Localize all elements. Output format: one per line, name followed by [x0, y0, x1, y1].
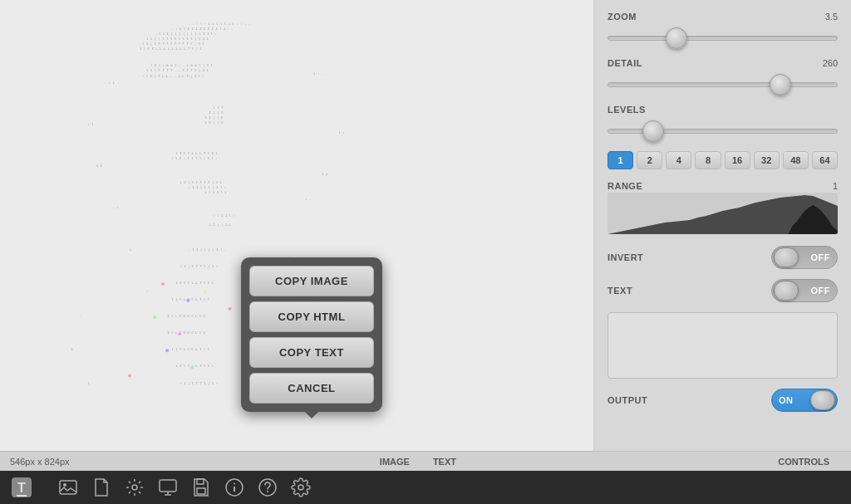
- svg-text:. l I | | | | I l .: . l I | | | | I l .: [188, 247, 226, 252]
- detail-track: [608, 82, 838, 87]
- output-knob: [810, 390, 835, 410]
- svg-text:: l 1 1 l :: : l 1 1 l :: [213, 213, 235, 218]
- range-section: RANGE 1: [608, 181, 838, 234]
- text-input-area[interactable]: [608, 312, 838, 379]
- svg-rect-65: [60, 481, 76, 494]
- levels-thumb[interactable]: [642, 120, 664, 142]
- output-state: ON: [779, 395, 794, 405]
- svg-text:: 1 | t f f t | 1 :: : 1 | t f f t | 1 :: [180, 264, 218, 268]
- zoom-track: [608, 36, 838, 41]
- svg-text::: :: [146, 289, 148, 293]
- svg-text:i: i: [71, 347, 74, 351]
- svg-point-76: [298, 485, 303, 490]
- gear-icon[interactable]: [288, 474, 314, 501]
- svg-text:: l: : l: [88, 122, 95, 126]
- svg-text:1 1 | | 1: 1 1 | | 1: [204, 120, 223, 125]
- levels-header: LEVELS: [608, 105, 838, 115]
- svg-rect-69: [197, 479, 204, 484]
- zoom-thumb[interactable]: [666, 27, 687, 49]
- svg-text:i 1: i 1: [96, 164, 103, 168]
- svg-text:i: i: [130, 247, 132, 252]
- output-toggle[interactable]: ON: [771, 389, 838, 412]
- range-label: RANGE: [608, 181, 642, 191]
- cancel-button[interactable]: CANCEL: [249, 373, 374, 404]
- svg-text:. :: . :: [113, 205, 119, 209]
- svg-text:i 1 | t f f f . . f f f t | 1 : i 1 | t f f f . . f f f t | 1 i: [146, 68, 209, 72]
- svg-point-52: [229, 307, 232, 311]
- zoom-value: 3.5: [825, 12, 838, 22]
- svg-point-73: [234, 483, 235, 485]
- level-btn-16[interactable]: 16: [725, 151, 750, 169]
- text-knob: [774, 281, 799, 301]
- output-row: OUTPUT ON: [608, 389, 838, 412]
- save-icon[interactable]: [188, 474, 214, 501]
- svg-text:I t L C O O C L t I: I t L C O O C L t I: [167, 330, 206, 335]
- settings-icon[interactable]: [121, 474, 148, 501]
- display-icon[interactable]: [155, 474, 181, 501]
- range-header: RANGE 1: [608, 181, 838, 191]
- detail-thumb[interactable]: [770, 74, 791, 95]
- text-label: TEXT: [608, 286, 632, 296]
- level-btn-64[interactable]: 64: [812, 151, 838, 169]
- svg-text:: l 1 I | | | | | | | | I 1 l : : l 1 I | | | | | | | | I 1 l :: [155, 32, 217, 36]
- right-panel: ZOOM 3.5 DETAIL 260 LEVELS 1 2 4: [593, 0, 851, 451]
- level-btn-4[interactable]: 4: [666, 151, 691, 169]
- svg-text:l :: l :: [338, 130, 344, 135]
- svg-text:1 | t f L L L L L L L L f t | : 1 | t f L L L L L L L L f t | 1: [140, 46, 203, 51]
- svg-point-48: [186, 299, 189, 302]
- file-icon[interactable]: [88, 474, 115, 501]
- svg-text:l: l: [88, 381, 91, 385]
- info-icon[interactable]: [221, 474, 248, 501]
- tab-text[interactable]: TEXT: [421, 457, 468, 467]
- main-area: . . : : : i i l l l i i : : . . . : i l …: [0, 0, 851, 451]
- detail-value: 260: [823, 58, 838, 68]
- svg-text:: l I | t L L . . L L t | I l : : l I | t L L . . L L t | I l :: [142, 74, 204, 78]
- canvas-area: . . : : : i i l l l i i : : . . . : i l …: [0, 0, 593, 451]
- level-btn-8[interactable]: 8: [695, 151, 721, 169]
- svg-point-60: [128, 374, 131, 377]
- svg-text:I | | t: I | | t: [209, 110, 224, 115]
- svg-point-53: [165, 349, 169, 352]
- status-bar: 546px x 824px IMAGE TEXT CONTROLS: [0, 451, 851, 471]
- levels-label: LEVELS: [608, 105, 646, 115]
- svg-point-74: [259, 479, 276, 496]
- levels-slider[interactable]: [608, 123, 838, 139]
- photos-icon[interactable]: [55, 474, 81, 501]
- svg-text:i 1 | | t t t t t t t t | | 1 : i 1 | | t t t t t t t t | | 1 i: [146, 37, 209, 41]
- invert-row: INVERT OFF: [608, 246, 838, 269]
- svg-point-51: [203, 291, 206, 294]
- level-btn-1[interactable]: 1: [608, 151, 633, 169]
- level-btn-32[interactable]: 32: [754, 151, 780, 169]
- svg-point-50: [178, 332, 181, 335]
- text-toggle[interactable]: OFF: [771, 279, 838, 302]
- svg-text:l I | t f f f f f f f f t | I : l I | t f f f f f f f f t | I l: [142, 42, 205, 46]
- svg-text:i 1 | | 1 i: i 1 | | 1 i: [209, 223, 231, 227]
- detail-slider[interactable]: [608, 76, 838, 93]
- svg-point-54: [190, 365, 194, 369]
- tab-controls[interactable]: CONTROLS: [766, 457, 841, 467]
- tab-image[interactable]: IMAGE: [368, 457, 421, 467]
- copy-text-button[interactable]: COPY TEXT: [249, 337, 374, 368]
- level-btn-48[interactable]: 48: [783, 151, 809, 169]
- svg-text:1 i: 1 i: [322, 172, 328, 176]
- level-btn-2[interactable]: 2: [637, 151, 662, 169]
- text-state: OFF: [811, 286, 831, 296]
- svg-text:: .: : .: [305, 197, 311, 201]
- zoom-slider[interactable]: [608, 30, 838, 46]
- svg-point-47: [161, 282, 165, 286]
- svg-point-75: [267, 491, 268, 492]
- svg-text:: l I | t t t t | I l :: : l I | t t t t | I l :: [171, 156, 218, 160]
- help-icon[interactable]: [254, 474, 281, 501]
- copy-html-button[interactable]: COPY HTML: [249, 301, 374, 332]
- copy-image-button[interactable]: COPY IMAGE: [249, 266, 374, 296]
- svg-text:i I t f L L f t I i: i I t f L L f t I i: [175, 281, 214, 285]
- invert-knob: [774, 247, 799, 267]
- svg-text:l I | | I: l I | | I: [204, 115, 223, 120]
- svg-text:l | f L C C L f | l: l | f L C C L f | l: [171, 297, 210, 301]
- svg-text:l I t f L L L f t I l: l I t f L L L f t I l: [175, 151, 218, 155]
- svg-text:. . : : : i i l l l i i : : . : . . : : : i i l l l i i : : . .: [188, 22, 250, 26]
- canvas-size: 546px x 824px: [10, 457, 70, 467]
- invert-toggle[interactable]: OFF: [771, 246, 838, 269]
- output-label: OUTPUT: [608, 395, 647, 405]
- svg-text:: l I | t t | I l :: : l I | t t | I l :: [188, 185, 226, 189]
